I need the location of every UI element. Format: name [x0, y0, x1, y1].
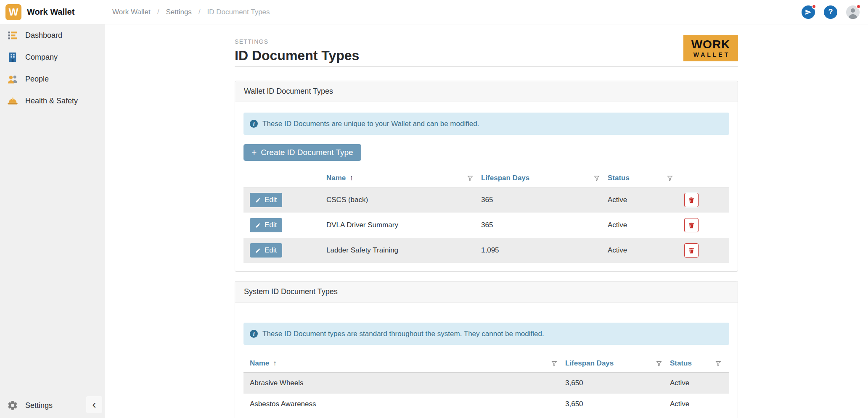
breadcrumb-current-id-document-types: ID Document Types: [207, 8, 270, 16]
info-alert-text: These ID Documents are unique to your Wa…: [262, 120, 479, 128]
delete-button[interactable]: [684, 193, 699, 207]
column-header-name[interactable]: Name ↑: [326, 169, 481, 187]
work-wallet-logo-icon: W: [5, 4, 21, 20]
card-header: System ID Document Types: [235, 281, 738, 302]
sidebar-item-label: Company: [25, 53, 58, 62]
question-mark-icon: ?: [828, 8, 833, 16]
column-header-status[interactable]: Status: [608, 169, 681, 187]
cell-lifespan-days: 1,095: [481, 246, 608, 255]
building-icon: [6, 51, 19, 63]
card-body: i These ID Documents are unique to your …: [235, 102, 738, 271]
cell-name: DVLA Driver Summary: [326, 221, 481, 229]
cell-name: Abrasive Wheels: [243, 379, 565, 387]
breadcrumb-work-wallet[interactable]: Work Wallet: [112, 8, 151, 16]
cell-lifespan-days: 3,650: [565, 379, 670, 387]
people-icon: [6, 73, 19, 85]
table-header-row: Name ↑ Lifespan Days: [243, 354, 729, 373]
sidebar-item-health-safety[interactable]: Health & Safety: [0, 90, 105, 112]
table-row: Abrasive Wheels 3,650 Active: [243, 373, 729, 394]
filter-icon[interactable]: [551, 360, 558, 367]
cell-status: Active: [608, 246, 681, 255]
cell-lifespan-days: 365: [481, 221, 608, 229]
announcements-button[interactable]: [802, 5, 815, 19]
sidebar-item-dashboard[interactable]: Dashboard: [0, 24, 105, 46]
info-icon: i: [250, 330, 258, 338]
gear-icon: [6, 400, 19, 411]
brand-name: Work Wallet: [27, 7, 74, 17]
hard-hat-icon: [6, 95, 19, 107]
pencil-icon: [255, 223, 261, 228]
edit-button[interactable]: Edit: [250, 193, 282, 207]
cell-status: Active: [608, 196, 681, 204]
table-header-row: Name ↑ Lifespan Days: [243, 169, 729, 187]
info-icon: i: [250, 120, 258, 128]
filter-icon[interactable]: [593, 175, 600, 181]
sidebar-item-label: Dashboard: [25, 31, 62, 40]
edit-button[interactable]: Edit: [250, 218, 282, 232]
column-header-status[interactable]: Status: [670, 354, 729, 372]
table-row: Edit Ladder Safety Training 1,095 Active: [243, 238, 729, 263]
column-label: Name: [250, 359, 269, 368]
card-title: System ID Document Types: [244, 287, 338, 296]
edit-button[interactable]: Edit: [250, 243, 282, 258]
card-body: i These ID Document types are standard t…: [235, 302, 738, 418]
brand-home-link[interactable]: W Work Wallet: [0, 4, 105, 20]
trash-icon: [688, 247, 695, 254]
breadcrumb-separator: /: [157, 8, 159, 16]
sidebar: Dashboard Company People: [0, 24, 105, 418]
brand-image-text-wallet: WALLET: [691, 52, 730, 58]
topbar: W Work Wallet Work Wallet / Settings / I…: [0, 0, 868, 24]
edit-button-label: Edit: [265, 196, 277, 204]
column-header-name[interactable]: Name ↑: [243, 354, 565, 372]
plus-icon: +: [251, 147, 257, 158]
paper-plane-icon: [805, 9, 812, 16]
edit-button-label: Edit: [265, 221, 277, 229]
delete-button[interactable]: [684, 218, 699, 232]
brand-image-text-work: WORK: [691, 39, 730, 50]
system-id-document-types-card: System ID Document Types i These ID Docu…: [235, 281, 738, 418]
filter-icon[interactable]: [715, 360, 722, 367]
notification-badge: [856, 4, 861, 9]
column-label: Name: [326, 174, 346, 182]
filter-icon[interactable]: [667, 175, 673, 181]
page-eyebrow: SETTINGS: [235, 38, 738, 45]
cell-status: Active: [608, 221, 681, 229]
card-title: Wallet ID Document Types: [244, 87, 333, 96]
column-label: Lifespan Days: [481, 174, 529, 182]
delete-button[interactable]: [684, 243, 699, 258]
pencil-icon: [255, 248, 261, 253]
sidebar-item-company[interactable]: Company: [0, 46, 105, 68]
user-avatar-button[interactable]: [846, 5, 860, 19]
breadcrumb-settings[interactable]: Settings: [166, 8, 191, 16]
wallet-id-document-types-table: Name ↑ Lifespan Days: [243, 169, 729, 263]
page-title: ID Document Types: [235, 48, 738, 63]
chevron-left-icon: ‹: [92, 398, 96, 411]
trash-icon: [688, 222, 695, 229]
table-row: Asbestos Awareness 3,650 Active: [243, 394, 729, 415]
cell-status: Active: [670, 379, 729, 387]
cell-status: Active: [670, 400, 729, 408]
column-header-lifespan-days[interactable]: Lifespan Days: [481, 169, 608, 187]
filter-icon[interactable]: [467, 175, 474, 181]
sort-ascending-icon: ↑: [273, 359, 277, 368]
create-id-document-type-button[interactable]: + Create ID Document Type: [243, 144, 361, 161]
column-header-delete: [681, 169, 729, 187]
table-row: Edit CSCS (back) 365 Active: [243, 187, 729, 213]
sidebar-collapse-button[interactable]: ‹: [86, 396, 102, 413]
cell-name: Asbestos Awareness: [243, 400, 565, 408]
notification-badge: [812, 4, 816, 9]
filter-icon[interactable]: [656, 360, 662, 367]
info-alert: i These ID Documents are unique to your …: [243, 113, 729, 135]
breadcrumb-separator: /: [198, 8, 201, 16]
help-button[interactable]: ?: [824, 5, 837, 19]
main-content: SETTINGS ID Document Types WORK WALLET W…: [105, 24, 868, 418]
sidebar-item-label: People: [25, 75, 49, 84]
column-label: Status: [670, 359, 692, 368]
column-header-lifespan-days[interactable]: Lifespan Days: [565, 354, 670, 372]
sidebar-item-people[interactable]: People: [0, 68, 105, 90]
work-wallet-brand-image: WORK WALLET: [683, 35, 738, 61]
table-row: Edit DVLA Driver Summary 365 Active: [243, 213, 729, 238]
breadcrumb: Work Wallet / Settings / ID Document Typ…: [112, 8, 270, 16]
info-alert: i These ID Document types are standard t…: [243, 323, 729, 345]
card-header: Wallet ID Document Types: [235, 81, 738, 102]
